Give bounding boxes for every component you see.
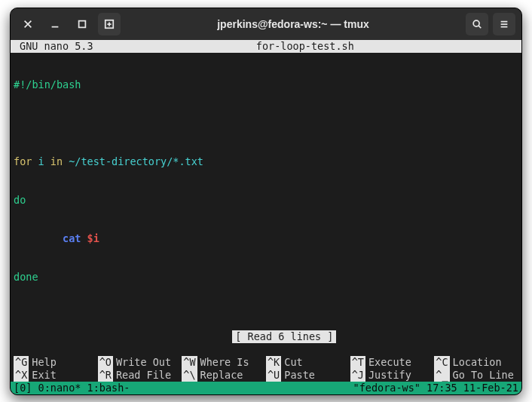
nano-shortcut[interactable]: ^CLocation — [434, 356, 518, 369]
terminal-viewport[interactable]: GNU nano 5.3 for-loop-test.sh #!/bin/bas… — [11, 40, 521, 394]
shortcut-key: ^T — [350, 356, 365, 369]
shortcut-label: Replace — [200, 369, 243, 382]
code-shebang: #!/bin/bash — [14, 78, 81, 91]
tmux-status-left: [0] 0:nano* 1:bash- — [14, 382, 353, 394]
code-keyword-in: in — [50, 155, 63, 167]
nano-titlebar: GNU nano 5.3 for-loop-test.sh — [11, 40, 521, 53]
search-icon — [472, 19, 482, 29]
shortcut-label: Read File — [116, 369, 171, 382]
titlebar: jperkins@fedora-ws:~ — tmux — [11, 8, 521, 40]
maximize-icon — [77, 19, 87, 29]
shortcut-key: ^R — [98, 369, 113, 382]
nano-shortcut[interactable]: ^UPaste — [266, 369, 350, 382]
shortcut-label: Go To Line — [453, 369, 514, 382]
shortcut-label: Help — [32, 356, 57, 369]
shortcut-label: Justify — [368, 369, 411, 382]
shortcut-label: Cut — [284, 356, 302, 369]
shortcut-label: Exit — [32, 369, 57, 382]
nano-shortcuts: ^GHelp^OWrite Out^WWhere Is^KCut^TExecut… — [11, 356, 521, 382]
code-glob: ~/test-directory/*.txt — [63, 155, 203, 167]
shortcut-key: ^G — [14, 356, 29, 369]
tmux-status-right: "fedora-ws" 17:35 11-Feb-21 — [353, 382, 518, 394]
shortcut-key: ^X — [14, 369, 29, 382]
close-icon — [23, 19, 33, 29]
code-indent — [14, 232, 63, 244]
svg-point-2 — [473, 20, 479, 26]
code-cmd-cat: cat — [63, 232, 87, 244]
shortcut-label: Execute — [368, 356, 411, 369]
new-tab-button[interactable] — [98, 13, 121, 35]
shortcut-label: Write Out — [116, 356, 171, 369]
nano-status-message: [ Read 6 lines ] — [232, 330, 336, 343]
shortcut-key: ^\ — [182, 369, 197, 382]
shortcut-key: ^J — [350, 369, 365, 382]
hamburger-icon — [499, 19, 509, 29]
shortcut-key: ^W — [182, 356, 197, 369]
nano-shortcut[interactable]: ^XExit — [14, 369, 98, 382]
nano-editor-name: GNU nano 5.3 — [15, 40, 93, 53]
search-button[interactable] — [466, 13, 488, 35]
menu-button[interactable] — [493, 13, 515, 35]
nano-shortcut[interactable]: ^\Replace — [182, 369, 266, 382]
code-keyword-for: for — [14, 155, 32, 167]
code-keyword-done: done — [14, 271, 38, 283]
tmux-statusbar: [0] 0:nano* 1:bash- "fedora-ws" 17:35 11… — [11, 382, 521, 394]
shortcut-label: Paste — [284, 369, 315, 382]
nano-editor-body[interactable]: #!/bin/bash for i in ~/test-directory/*.… — [11, 53, 521, 318]
shortcut-key: ^O — [98, 356, 113, 369]
nano-shortcut[interactable]: ^TExecute — [350, 356, 435, 369]
nano-shortcut[interactable]: ^WWhere Is — [182, 356, 266, 369]
minimize-button[interactable] — [44, 13, 66, 35]
code-var-ref: $i — [87, 232, 99, 244]
svg-rect-0 — [79, 21, 86, 28]
window-title: jperkins@fedora-ws:~ — tmux — [121, 18, 466, 30]
nano-shortcut[interactable]: ^GHelp — [14, 356, 98, 369]
nano-shortcut[interactable]: ^KCut — [266, 356, 350, 369]
shortcut-key: ^U — [266, 369, 281, 382]
new-tab-icon — [104, 19, 115, 29]
nano-shortcut[interactable]: ^JJustify — [350, 369, 435, 382]
close-button[interactable] — [17, 13, 39, 35]
maximize-button[interactable] — [71, 13, 93, 35]
shortcut-label: Location — [453, 356, 502, 369]
nano-status-row: [ Read 6 lines ] — [11, 318, 521, 356]
minimize-icon — [50, 19, 60, 29]
nano-shortcut[interactable]: ^_Go To Line — [434, 369, 518, 382]
nano-filename: for-loop-test.sh — [93, 40, 517, 53]
code-keyword-do: do — [14, 194, 26, 206]
nano-shortcut[interactable]: ^RRead File — [98, 369, 182, 382]
shortcut-label: Where Is — [200, 356, 249, 369]
shortcut-key: ^C — [434, 356, 449, 369]
shortcut-key: ^_ — [434, 369, 449, 382]
shortcut-key: ^K — [266, 356, 281, 369]
nano-shortcut[interactable]: ^OWrite Out — [98, 356, 182, 369]
terminal-window: jperkins@fedora-ws:~ — tmux GNU nano 5.3… — [10, 8, 522, 395]
code-var-i: i — [32, 155, 50, 167]
